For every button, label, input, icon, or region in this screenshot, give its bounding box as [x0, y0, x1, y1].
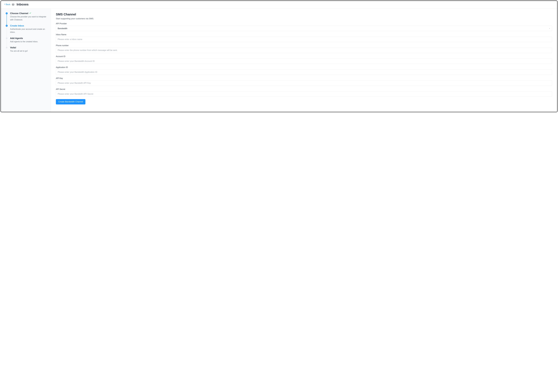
step-connector [7, 39, 7, 47]
step-title: Voila! [10, 46, 48, 49]
step-number-badge: 4 [6, 47, 8, 49]
step-add-agents: 3 Add Agents Add agents to the created i… [6, 37, 48, 43]
api-provider-select[interactable]: Bandwidth [56, 26, 552, 31]
step-voila: 4 Voila! You are all set to go! [6, 46, 48, 52]
form-title: SMS Channel [56, 12, 552, 16]
step-desc: Add agents to the created inbox. [10, 40, 48, 43]
step-choose-channel: 1 Choose Channel Choose the provider you… [6, 12, 48, 21]
step-title: Choose Channel [10, 12, 48, 15]
step-number-badge: 1 [6, 12, 8, 14]
account-id-input[interactable] [56, 59, 552, 64]
page-title: Inboxes [17, 2, 28, 6]
step-connector [7, 26, 7, 37]
check-icon [29, 12, 31, 15]
application-id-input[interactable] [56, 70, 552, 75]
back-link[interactable]: Back [4, 3, 10, 6]
step-connector [7, 14, 7, 25]
inbox-icon [12, 3, 14, 6]
form-subtitle: Start supporting your customers via SMS. [56, 17, 552, 20]
api-secret-input[interactable] [56, 91, 552, 97]
step-title-text: Choose Channel [10, 12, 28, 15]
inbox-name-input[interactable] [56, 37, 552, 42]
page-header: Back Inboxes [1, 1, 557, 9]
create-channel-button[interactable]: Create Bandwidth Channel [56, 99, 85, 105]
step-desc: Choose the provider you want to integrat… [10, 15, 48, 21]
step-title: Add Agents [10, 37, 48, 40]
phone-number-input[interactable] [56, 48, 552, 53]
application-id-label: Application ID [56, 66, 552, 69]
setup-stepper: 1 Choose Channel Choose the provider you… [1, 9, 51, 112]
chevron-left-icon [4, 3, 5, 6]
step-desc: You are all set to go! [10, 50, 48, 52]
phone-number-label: Phone number [56, 44, 552, 47]
step-number-badge: 3 [6, 37, 8, 39]
back-label: Back [6, 3, 10, 6]
api-key-label: API Key [56, 77, 552, 79]
form-card: SMS Channel Start supporting your custom… [51, 9, 557, 112]
step-number-badge: 2 [6, 25, 8, 27]
account-id-label: Account ID [56, 55, 552, 58]
step-desc: Authenticate your account and create an … [10, 28, 48, 34]
api-key-input[interactable] [56, 80, 552, 86]
inbox-name-label: Inbox Name [56, 34, 552, 36]
api-secret-label: API Secret [56, 88, 552, 90]
step-create-inbox: 2 Create Inbox Authenticate your account… [6, 24, 48, 34]
api-provider-label: API Provider [56, 23, 552, 25]
step-title: Create Inbox [10, 24, 48, 27]
